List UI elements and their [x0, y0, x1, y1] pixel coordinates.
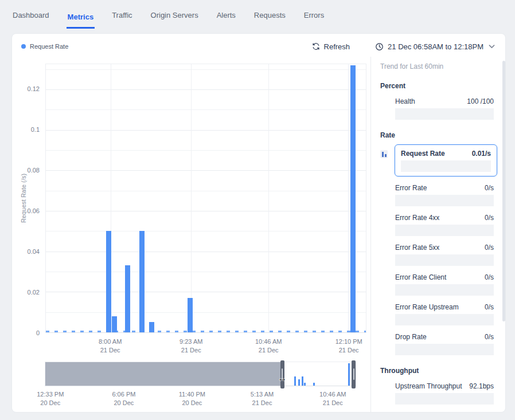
sparkline-strip: [395, 108, 494, 120]
trend-sidebar: Trend for Last 60min PercentHealth100 /1…: [371, 59, 505, 413]
gridline-v: [268, 64, 269, 332]
metric-value: 0.01/s: [472, 150, 491, 158]
section-heading: Percent: [380, 82, 494, 90]
x-tick-date: 21 Dec: [180, 346, 202, 355]
baseline-markers: [46, 331, 366, 332]
metric-label: Upstream Throughput: [395, 382, 462, 390]
chart-bar: [350, 65, 356, 332]
metric-value: 100 /100: [467, 97, 494, 105]
metric-downstream-throughput[interactable]: Downstream Throughput0.76kbps: [395, 412, 494, 413]
metric-label-row: Upstream Throughput92.1bps: [395, 382, 494, 390]
metric-request-rate[interactable]: Request Rate0.01/s: [395, 144, 497, 176]
metric-health[interactable]: Health100 /100: [395, 97, 494, 120]
legend-request-rate[interactable]: Request Rate: [21, 43, 68, 50]
metric-label-row: Error Rate 4xx0/s: [395, 214, 494, 222]
metric-error-rate-upstream[interactable]: Error Rate Upstream0/s: [395, 303, 494, 325]
metric-label-row: Downstream Throughput0.76kbps: [395, 412, 494, 413]
metric-error-rate-client[interactable]: Error Rate Client0/s: [395, 273, 494, 296]
tab-errors[interactable]: Errors: [303, 11, 325, 29]
sparkline-strip: [395, 225, 494, 236]
sparkline-strip: [395, 344, 494, 355]
brush-tick-date: 20 Dec: [112, 399, 135, 407]
y-tick-label: 0.08: [12, 167, 40, 174]
x-tick-time: 9:23 AM: [180, 337, 202, 346]
metric-error-rate-4xx[interactable]: Error Rate 4xx0/s: [395, 214, 494, 236]
metric-label-row: Request Rate0.01/s: [401, 150, 491, 158]
x-tick-time: 10:46 AM: [255, 337, 282, 346]
bar-chart-plot[interactable]: [45, 64, 366, 333]
metric-label: Downstream Throughput: [395, 412, 466, 413]
metric-label: Error Rate 4xx: [395, 214, 439, 222]
metric-upstream-throughput[interactable]: Upstream Throughput92.1bps: [395, 382, 494, 405]
metric-value: 0/s: [485, 333, 494, 341]
brush-timeline[interactable]: ↔: [45, 362, 356, 386]
sparkline-strip: [395, 314, 494, 325]
time-range-selector[interactable]: 21 Dec 06:58AM to 12:18PM: [375, 42, 495, 51]
gridline-h: [46, 211, 366, 211]
legend-label: Request Rate: [30, 43, 68, 50]
tab-alerts[interactable]: Alerts: [216, 11, 237, 29]
metric-label-row: Error Rate Upstream0/s: [395, 303, 494, 311]
metrics-panel: Request Rate Refresh 21 Dec 06:58: [11, 33, 506, 413]
brush-bar: [348, 363, 350, 386]
metric-label: Health: [395, 97, 415, 105]
chevron-down-icon: [489, 44, 495, 49]
brush-tick-time: 11:40 PM: [179, 390, 205, 399]
metric-error-rate[interactable]: Error Rate0/s: [395, 184, 494, 206]
brush-right-handle[interactable]: [352, 360, 356, 388]
gridline-h: [46, 109, 366, 110]
metric-label-row: Error Rate Client0/s: [395, 273, 494, 281]
brush-tick-label: 10:46 AM21 Dec: [319, 390, 346, 407]
bar-chart-icon-bar: [385, 154, 387, 157]
x-tick-label: 9:23 AM21 Dec: [180, 337, 202, 355]
panel-header: Request Rate Refresh 21 Dec 06:58: [12, 34, 505, 59]
brush-bar: [302, 376, 303, 386]
y-tick-label: 0.04: [12, 248, 40, 255]
brush-tick-label: 11:40 PM20 Dec: [179, 390, 205, 407]
metric-label-row: Drop Rate0/s: [395, 333, 494, 341]
metric-drop-rate[interactable]: Drop Rate0/s: [395, 333, 494, 355]
sparkline-strip: [395, 254, 494, 266]
x-tick-date: 21 Dec: [335, 346, 362, 355]
chart-bar: [188, 298, 193, 332]
chart-bar: [112, 316, 117, 332]
refresh-button[interactable]: Refresh: [312, 42, 350, 51]
brush-axis-ticks: 12:33 PM20 Dec6:06 PM20 Dec11:40 PM20 De…: [45, 390, 356, 410]
y-tick-label: 0.06: [12, 207, 40, 214]
brush-tick-label: 6:06 PM20 Dec: [112, 390, 135, 407]
metric-label-row: Error Rate0/s: [395, 184, 494, 192]
chart-bar: [149, 322, 154, 332]
brush-left-handle[interactable]: [280, 360, 284, 388]
sparkline-strip: [395, 393, 494, 405]
metric-label: Error Rate Upstream: [395, 303, 459, 311]
tab-requests[interactable]: Requests: [253, 11, 287, 29]
brush-bar: [313, 383, 315, 386]
time-range-label: 21 Dec 06:58AM to 12:18PM: [388, 42, 483, 51]
tab-metrics[interactable]: Metrics: [67, 13, 95, 29]
bar-chart-icon-bar: [382, 152, 384, 157]
gridline-h: [46, 191, 366, 191]
section-heading: Throughput: [380, 367, 494, 375]
brush-bar: [298, 379, 300, 386]
x-tick-label: 8:00 AM21 Dec: [99, 337, 122, 355]
gridline-h: [46, 170, 366, 171]
brush-tick-date: 21 Dec: [319, 399, 346, 407]
tab-origin-servers[interactable]: Origin Servers: [150, 11, 200, 29]
sparkline-strip: [395, 195, 494, 206]
x-tick-date: 21 Dec: [255, 346, 282, 355]
gridline-h: [46, 130, 366, 131]
trend-sidebar-title: Trend for Last 60min: [380, 62, 494, 70]
tab-dashboard[interactable]: Dashboard: [11, 11, 50, 29]
tab-traffic[interactable]: Traffic: [111, 11, 133, 29]
chart-bar: [106, 231, 111, 332]
x-tick-date: 21 Dec: [99, 346, 122, 355]
metric-value: 0/s: [485, 184, 494, 192]
gridline-h: [46, 231, 366, 231]
sidebar-scrollbar[interactable]: [502, 61, 505, 321]
metric-error-rate-5xx[interactable]: Error Rate 5xx0/s: [395, 244, 494, 266]
metric-value: 0/s: [485, 273, 494, 281]
gridline-v: [348, 64, 349, 332]
metric-label-row: Health100 /100: [395, 97, 494, 105]
gridline-v: [191, 64, 192, 332]
metric-value: 0/s: [485, 214, 494, 222]
